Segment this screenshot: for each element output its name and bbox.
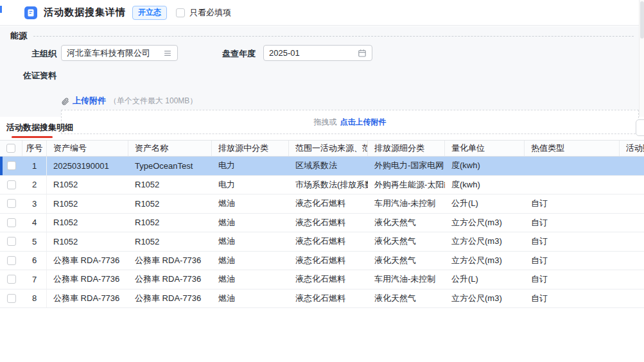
col-header-mid-category[interactable]: 排放源中分类 xyxy=(212,141,289,156)
cell-activity xyxy=(620,289,644,308)
attachment-dropzone[interactable]: 拖拽或 点击上传附件 xyxy=(61,110,639,134)
cell-seq: 6 xyxy=(22,252,47,270)
cell-asset-name: R1052 xyxy=(128,214,212,232)
cell-sub-category: 外购电力-国家电网 xyxy=(368,157,445,175)
col-header-unit[interactable]: 量化单位 xyxy=(445,141,525,156)
cell-seq: 4 xyxy=(22,214,47,232)
upload-attachment-link[interactable]: 上传附件 xyxy=(73,95,106,107)
evidence-label: 佐证资料 xyxy=(0,70,57,82)
row-checkbox-cell xyxy=(0,176,22,194)
cell-mid-category: 电力 xyxy=(212,176,289,194)
table-row[interactable]: 4 R1052 R1052 燃油 液态化石燃料 液化天然气 立方公尺(m3) 自… xyxy=(0,214,644,233)
cell-seq: 1 xyxy=(22,157,47,175)
cell-heat-type xyxy=(525,176,620,194)
section-head: 能源 xyxy=(10,30,634,42)
row-checkbox[interactable] xyxy=(7,199,16,208)
cell-activity xyxy=(620,214,644,232)
cell-activity xyxy=(620,232,644,251)
vertical-scrollbar[interactable] xyxy=(639,0,644,117)
cell-asset-name: 公務車 RDA-7736 xyxy=(128,270,212,289)
cell-unit: 公升(L) xyxy=(445,270,525,289)
calendar-icon[interactable] xyxy=(358,49,367,58)
col-header-asset-no[interactable]: 资产编号 xyxy=(47,141,128,156)
table-row[interactable]: 1 202503190001 TypeOceanTest 电力 区域系数法 外购… xyxy=(0,157,644,176)
cell-heat-type: 自订 xyxy=(525,252,620,270)
scrollbar-thumb[interactable] xyxy=(640,1,644,39)
only-required-label: 只看必填项 xyxy=(189,7,231,19)
table-row[interactable]: 2 R1052 R1052 电力 市场系数法(排放系数... 外购再生能源-太阳… xyxy=(0,176,644,195)
cell-asset-name: R1052 xyxy=(128,194,212,213)
page-title: 活动数据搜集详情 xyxy=(44,6,126,19)
row-checkbox[interactable] xyxy=(7,180,16,189)
table-row[interactable]: 8 公務車 RDA-7736 公務車 RDA-7736 燃油 液态化石燃料 液化… xyxy=(0,289,644,309)
cell-unit: 立方公尺(m3) xyxy=(445,252,525,270)
row-checkbox[interactable] xyxy=(7,256,16,265)
row-checkbox[interactable] xyxy=(7,161,16,170)
cell-scope-method: 液态化石燃料 xyxy=(289,232,368,251)
cell-scope-method: 液态化石燃料 xyxy=(289,270,368,289)
row-checkbox[interactable] xyxy=(7,275,16,284)
cell-heat-type: 自订 xyxy=(525,214,620,232)
cell-seq: 2 xyxy=(22,176,47,194)
cell-scope-method: 液态化石燃料 xyxy=(289,252,368,270)
tab-activity-detail[interactable]: 活动数据搜集明细 xyxy=(6,122,73,134)
activity-detail-table: 序号 资产编号 资产名称 排放源中分类 范围一活动来源、范... 排放源细分类 … xyxy=(0,140,644,308)
table-row[interactable]: 6 公務車 RDA-7736 公務車 RDA-7736 燃油 液态化石燃料 液化… xyxy=(0,252,644,271)
cell-asset-no: 公務車 RDA-7736 xyxy=(47,270,128,289)
cell-activity xyxy=(620,194,644,213)
col-header-scope-method[interactable]: 范围一活动来源、范... xyxy=(289,141,368,156)
cell-mid-category: 燃油 xyxy=(212,252,289,270)
cell-activity xyxy=(620,176,644,194)
clipped-toolbar-button[interactable] xyxy=(636,119,644,136)
cell-asset-name: R1052 xyxy=(128,176,212,194)
cell-asset-name: R1052 xyxy=(128,232,212,251)
org-value: 河北童车科技有限公司 xyxy=(67,47,163,59)
dropzone-upload-link[interactable]: 点击上传附件 xyxy=(340,117,387,128)
col-header-heat-type[interactable]: 热值类型 xyxy=(525,141,620,156)
cell-unit: 立方公尺(m3) xyxy=(445,289,525,308)
cell-sub-category: 液化天然气 xyxy=(368,252,445,270)
select-all-cell xyxy=(0,141,22,156)
table-row[interactable]: 7 公務車 RDA-7736 公務車 RDA-7736 燃油 液态化石燃料 车用… xyxy=(0,270,644,289)
status-badge: 开立态 xyxy=(132,6,167,20)
only-required-toggle[interactable]: 只看必填项 xyxy=(176,7,231,19)
col-header-asset-name[interactable]: 资产名称 xyxy=(128,141,212,156)
row-checkbox-cell xyxy=(0,270,22,289)
cell-asset-no: R1052 xyxy=(47,194,128,213)
col-header-activity[interactable]: 活动数 xyxy=(620,141,644,156)
row-checkbox[interactable] xyxy=(7,218,16,227)
row-checkbox[interactable] xyxy=(7,294,16,303)
table-header-row: 序号 资产编号 资产名称 排放源中分类 范围一活动来源、范... 排放源细分类 … xyxy=(0,140,644,157)
cell-sub-category: 液化天然气 xyxy=(368,289,445,308)
cell-seq: 3 xyxy=(22,194,47,213)
cell-unit: 立方公尺(m3) xyxy=(445,214,525,232)
only-required-checkbox[interactable] xyxy=(176,8,185,17)
list-picker-icon[interactable] xyxy=(163,49,172,58)
cell-mid-category: 燃油 xyxy=(212,270,289,289)
col-header-sub-category[interactable]: 排放源细分类 xyxy=(368,141,445,156)
table-row[interactable]: 3 R1052 R1052 燃油 液态化石燃料 车用汽油-未控制 公升(L) 自… xyxy=(0,194,644,214)
cell-asset-no: 公務車 RDA-7736 xyxy=(47,289,128,308)
cell-asset-name: 公務車 RDA-7736 xyxy=(128,289,212,308)
page-header: 活动数据搜集详情 开立态 只看必填项 xyxy=(0,0,639,26)
row-checkbox-cell xyxy=(0,289,22,308)
year-value: 2025-01 xyxy=(269,48,358,58)
cell-heat-type: 自订 xyxy=(525,289,620,308)
col-header-seq[interactable]: 序号 xyxy=(22,141,47,156)
year-field[interactable]: 2025-01 xyxy=(263,45,372,61)
org-field[interactable]: 河北童车科技有限公司 xyxy=(61,45,178,61)
paperclip-icon xyxy=(61,97,69,105)
select-all-checkbox[interactable] xyxy=(6,144,15,153)
cell-sub-category: 外购再生能源-太阳能 xyxy=(368,176,445,194)
cell-unit: 公升(L) xyxy=(445,194,525,213)
energy-form-section: 能源 主组织 河北童车科技有限公司 盘查年度 2025-01 佐证资料 xyxy=(0,26,639,117)
cell-sub-category: 车用汽油-未控制 xyxy=(368,270,445,289)
cell-sub-category: 液化天然气 xyxy=(368,232,445,251)
cell-asset-no: R1052 xyxy=(47,214,128,232)
cell-unit: 立方公尺(m3) xyxy=(445,232,525,251)
table-row[interactable]: 5 R1052 R1052 燃油 液态化石燃料 液化天然气 立方公尺(m3) 自… xyxy=(0,232,644,252)
cell-heat-type: 自订 xyxy=(525,232,620,251)
cell-scope-method: 市场系数法(排放系数... xyxy=(289,176,368,194)
row-checkbox[interactable] xyxy=(7,237,16,246)
active-tab-underline xyxy=(12,136,53,138)
